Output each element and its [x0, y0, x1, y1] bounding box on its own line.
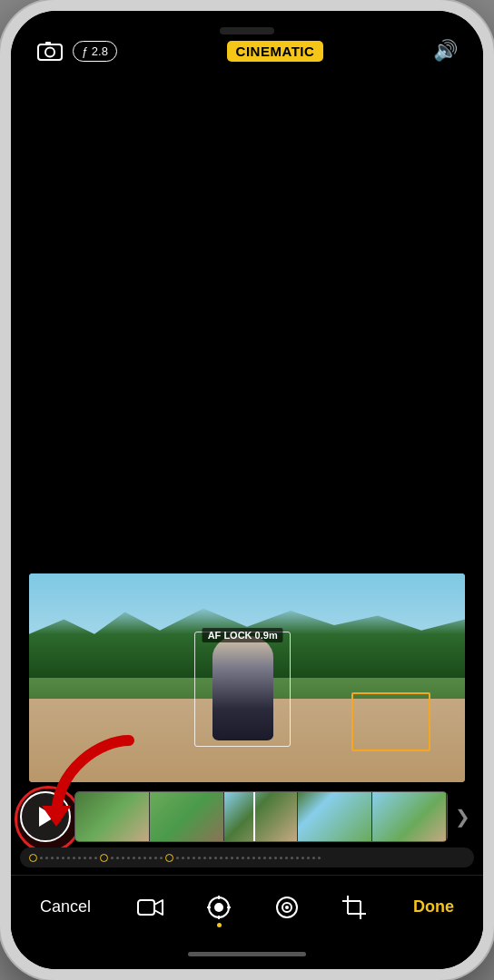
video-camera-icon	[137, 897, 164, 918]
timeline-dot	[78, 857, 81, 859]
done-button[interactable]: Done	[410, 892, 458, 922]
timeline-dot	[269, 857, 272, 859]
video-spacer	[11, 65, 483, 573]
timeline-dot	[45, 857, 48, 859]
phone-speaker	[220, 27, 274, 34]
video-camera-tool[interactable]	[137, 897, 164, 918]
timeline-dot	[312, 857, 315, 859]
film-frame-3	[224, 792, 299, 841]
cinematic-badge[interactable]: CINEMATIC	[227, 41, 324, 62]
active-indicator	[217, 923, 222, 927]
timeline-dot	[301, 857, 304, 859]
timeline-dot	[154, 857, 157, 859]
timeline-dot	[274, 857, 277, 859]
timeline-dot	[318, 857, 321, 859]
timeline-dot	[252, 857, 255, 859]
timeline-dot	[231, 857, 233, 859]
timeline-dot	[160, 857, 163, 859]
volume-icon[interactable]: 🔊	[433, 39, 458, 63]
timeline-dot	[89, 857, 92, 859]
toolbar: Cancel	[11, 875, 483, 938]
film-frame-5	[372, 792, 447, 841]
top-bar-left: ƒ 2.8	[36, 39, 117, 63]
svg-rect-2	[45, 42, 51, 45]
filmstrip-playhead	[253, 792, 255, 841]
af-lock-label: AF LOCK 0.9m	[203, 628, 283, 642]
film-frame-4	[298, 792, 372, 841]
timeline-dot	[296, 857, 299, 859]
home-indicator	[11, 938, 483, 969]
timeline-row[interactable]	[20, 848, 474, 867]
svg-point-1	[45, 48, 54, 57]
arrow-annotation	[29, 731, 156, 835]
timeline-dot	[51, 857, 54, 859]
timeline-dot	[247, 857, 250, 859]
crop-icon	[341, 895, 367, 920]
secondary-focus-box	[351, 692, 430, 750]
timeline-dot	[280, 857, 282, 859]
timeline-dot	[291, 857, 293, 859]
svg-marker-3	[42, 806, 71, 827]
cinematic-label: CINEMATIC	[236, 44, 315, 59]
svg-rect-4	[138, 900, 154, 915]
top-bar: ƒ 2.8 CINEMATIC 🔊	[11, 11, 483, 65]
timeline-dot	[193, 857, 195, 859]
aperture-badge[interactable]: ƒ 2.8	[73, 41, 117, 62]
timeline-dot	[138, 857, 141, 859]
timeline-dot	[236, 857, 239, 859]
timeline-dot	[220, 857, 222, 859]
timeline-dot	[73, 857, 75, 859]
timeline-dot	[122, 857, 124, 859]
timeline-dot	[116, 857, 119, 859]
timeline-dot	[182, 857, 184, 859]
timeline-dot	[187, 857, 190, 859]
svg-point-6	[214, 903, 223, 912]
phone-screen: ƒ 2.8 CINEMATIC 🔊 AF LOC	[11, 11, 483, 969]
timeline-dot	[62, 857, 64, 859]
timeline-dot	[225, 857, 228, 859]
film-frame-2	[150, 792, 224, 841]
camera-icon	[36, 39, 64, 63]
timeline-dot	[127, 857, 130, 859]
focus-tool[interactable]	[274, 895, 300, 920]
timeline-dot	[143, 857, 146, 859]
filmstrip-chevron[interactable]: ❯	[451, 806, 474, 828]
af-lock-box: AF LOCK 0.9m	[194, 632, 291, 747]
timeline-dot	[94, 857, 97, 859]
aperture-label: ƒ 2.8	[82, 44, 108, 58]
crop-tool[interactable]	[341, 895, 367, 920]
timeline-anchor-1	[29, 854, 37, 862]
color-adjust-tool[interactable]	[206, 895, 232, 920]
timeline-dot	[263, 857, 266, 859]
timeline-dot	[258, 857, 261, 859]
timeline-dot	[56, 857, 59, 859]
timeline-dot	[209, 857, 212, 859]
timeline-dot	[111, 857, 114, 859]
svg-point-13	[285, 906, 289, 909]
timeline-dot	[67, 857, 70, 859]
home-bar	[188, 952, 306, 956]
timeline-dot	[285, 857, 288, 859]
timeline-dot	[149, 857, 152, 859]
timeline-dot	[176, 857, 179, 859]
timeline-dot	[214, 857, 217, 859]
done-label: Done	[413, 897, 454, 916]
timeline-dot	[198, 857, 201, 859]
timeline-dot	[40, 857, 43, 859]
timeline-dot	[84, 857, 86, 859]
cancel-label: Cancel	[40, 897, 91, 916]
timeline-anchor-2	[100, 854, 108, 862]
timeline-anchor-3	[165, 854, 173, 862]
timeline-dot	[133, 857, 135, 859]
focus-icon	[274, 895, 300, 920]
timeline-dot	[242, 857, 244, 859]
color-adjust-icon	[206, 895, 232, 920]
timeline-dot	[203, 857, 206, 859]
timeline-dot	[307, 857, 310, 859]
phone-frame: ƒ 2.8 CINEMATIC 🔊 AF LOC	[0, 0, 494, 980]
cancel-button[interactable]: Cancel	[36, 892, 94, 922]
